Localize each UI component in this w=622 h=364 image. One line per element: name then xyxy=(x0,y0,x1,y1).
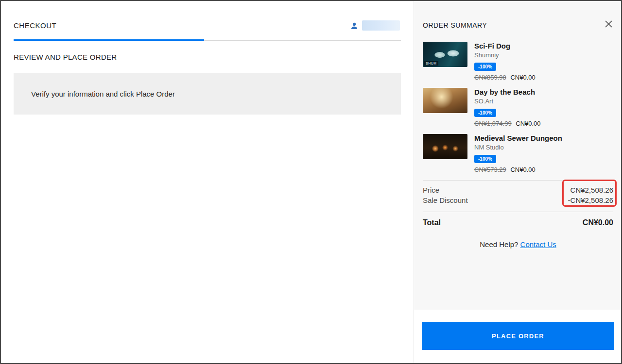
item-title: Medieval Sewer Dungeon xyxy=(474,134,562,142)
item-original-price: CN¥1,074.99 xyxy=(474,120,512,127)
dungeon-thumbnail xyxy=(423,134,467,159)
close-x-glyph xyxy=(605,20,612,28)
person-icon xyxy=(350,21,359,30)
close-icon[interactable] xyxy=(604,19,613,29)
checkout-pane: CHECKOUT REVIEW AND PLACE ORDER Verify y… xyxy=(1,1,414,363)
item-original-price: CN¥859.98 xyxy=(474,74,506,81)
order-item: Medieval Sewer Dungeon NM Studio -100% C… xyxy=(423,134,613,173)
beach-thumbnail xyxy=(423,88,467,113)
item-seller: SO.Art xyxy=(474,98,541,105)
verify-notice-box: Verify your information and click Place … xyxy=(14,73,401,115)
review-section-title: REVIEW AND PLACE ORDER xyxy=(14,53,401,61)
need-help-text: Need Help? xyxy=(480,240,518,248)
item-final-price: CN¥0.00 xyxy=(510,74,535,81)
discount-badge: -100% xyxy=(474,109,496,117)
order-summary-scroll[interactable]: ORDER SUMMARY SHUM Sci-Fi Dog Shumniy -1… xyxy=(414,1,622,310)
total-value: CN¥0.00 xyxy=(583,218,613,227)
user-account[interactable] xyxy=(350,20,400,31)
order-items-list: SHUM Sci-Fi Dog Shumniy -100% CN¥859.98 … xyxy=(423,42,613,173)
need-help-row: Need Help? Contact Us xyxy=(423,240,613,248)
price-value: CN¥2,508.26 xyxy=(570,185,613,195)
checkout-tab-label: CHECKOUT xyxy=(14,21,56,30)
item-seller: Shumniy xyxy=(474,51,536,59)
contact-us-link[interactable]: Contact Us xyxy=(520,240,556,248)
item-final-price: CN¥0.00 xyxy=(516,120,540,127)
item-prices: CN¥859.98 CN¥0.00 xyxy=(474,74,536,81)
item-final-price: CN¥0.00 xyxy=(510,166,535,173)
active-tab-underline xyxy=(14,39,204,41)
sale-discount-label: Sale Discount xyxy=(423,195,468,205)
order-item-info: Sci-Fi Dog Shumniy -100% CN¥859.98 CN¥0.… xyxy=(474,42,536,81)
order-item: Day by the Beach SO.Art -100% CN¥1,074.9… xyxy=(423,88,613,127)
price-row: Price CN¥2,508.26 xyxy=(423,185,613,195)
sci-fi-dog-thumbnail: SHUM xyxy=(423,42,467,67)
order-summary-header: ORDER SUMMARY xyxy=(423,21,613,29)
item-title: Sci-Fi Dog xyxy=(474,42,536,50)
place-order-button[interactable]: PLACE ORDER xyxy=(422,322,614,350)
item-prices: CN¥573.29 CN¥0.00 xyxy=(474,166,562,173)
thumbnail-watermark: SHUM xyxy=(424,61,438,66)
item-title: Day by the Beach xyxy=(474,88,541,96)
price-breakdown: Price CN¥2,508.26 Sale Discount -CN¥2,50… xyxy=(423,180,613,212)
order-item-info: Medieval Sewer Dungeon NM Studio -100% C… xyxy=(474,134,562,173)
order-summary-footer: PLACE ORDER xyxy=(414,310,622,363)
sale-discount-value: -CN¥2,508.26 xyxy=(568,195,613,205)
user-name-redacted xyxy=(362,20,400,31)
total-label: Total xyxy=(423,218,441,227)
checkout-window: CHECKOUT REVIEW AND PLACE ORDER Verify y… xyxy=(0,0,622,364)
discount-badge: -100% xyxy=(474,63,496,71)
order-item-info: Day by the Beach SO.Art -100% CN¥1,074.9… xyxy=(474,88,541,127)
item-seller: NM Studio xyxy=(474,144,562,151)
tab-checkout[interactable]: CHECKOUT xyxy=(14,21,56,30)
item-prices: CN¥1,074.99 CN¥0.00 xyxy=(474,120,541,127)
total-row: Total CN¥0.00 xyxy=(423,212,613,227)
order-summary-pane: ORDER SUMMARY SHUM Sci-Fi Dog Shumniy -1… xyxy=(414,1,622,363)
price-label: Price xyxy=(423,185,439,195)
sale-discount-row: Sale Discount -CN¥2,508.26 xyxy=(423,195,613,205)
discount-badge: -100% xyxy=(474,155,496,163)
order-summary-title: ORDER SUMMARY xyxy=(423,21,487,29)
verify-notice-text: Verify your information and click Place … xyxy=(31,90,175,98)
item-original-price: CN¥573.29 xyxy=(474,166,506,173)
order-item: SHUM Sci-Fi Dog Shumniy -100% CN¥859.98 … xyxy=(423,42,613,81)
checkout-tabs-row: CHECKOUT xyxy=(14,20,401,41)
